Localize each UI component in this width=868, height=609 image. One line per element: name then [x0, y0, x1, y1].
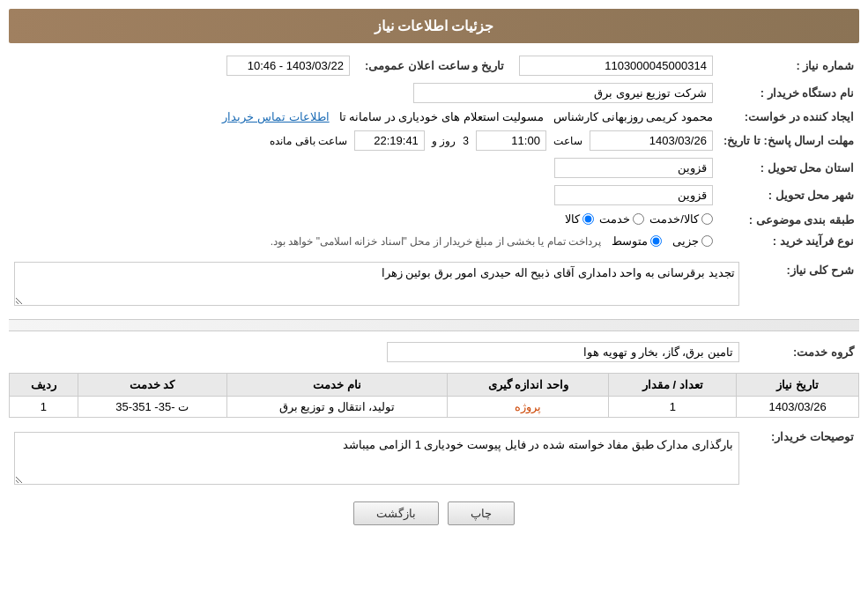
label-announce: تاریخ و ساعت اعلان عمومی: — [355, 52, 514, 79]
radio-goods-service[interactable]: کالا/خدمت — [649, 212, 713, 226]
th-row: ردیف — [10, 374, 78, 397]
th-service-code: کد خدمت — [78, 374, 226, 397]
header-title: جزئیات اطلاعات نیاز — [375, 19, 494, 33]
th-quantity: تعداد / مقدار — [609, 374, 737, 397]
row-city: شهر محل تحویل : — [9, 182, 859, 209]
th-date: تاریخ نیاز — [737, 374, 859, 397]
service-section-title — [9, 319, 859, 331]
need-description-table: شرح کلی نیاز: — [9, 258, 859, 312]
label-need-number: شماره نیاز : — [718, 52, 859, 79]
label-service-group: گروه خدمت: — [745, 338, 859, 366]
value-service-group — [9, 338, 745, 366]
print-button[interactable]: چاپ — [448, 501, 515, 525]
row-buyer-org: نام دستگاه خریدار : — [9, 79, 859, 107]
cell-row: 1 — [10, 397, 78, 418]
label-purchase-type: نوع فرآیند خرید : — [718, 231, 859, 251]
label-category: طبقه بندی موضوعی : — [718, 209, 859, 231]
value-purchase-type: جزیی متوسط پرداخت تمام یا بخشی از مبلغ خ… — [9, 231, 718, 251]
buyer-notes-table: توصیحات خریدار: — [9, 425, 859, 491]
creator-role: مسولیت استعلام های خودیاری در سامانه تا — [339, 110, 545, 123]
creator-name: محمود کریمی روزبهانی کارشناس — [553, 110, 713, 123]
value-city — [9, 182, 718, 209]
radio-goods-service-input[interactable] — [701, 213, 713, 225]
cell-quantity: 1 — [609, 397, 737, 418]
services-table-body: 1403/03/26 1 پروژه تولید، انتقال و توزیع… — [10, 397, 859, 418]
announce-datetime-input[interactable] — [226, 56, 350, 76]
label-buyer-org: نام دستگاه خریدار : — [718, 79, 859, 107]
row-creator: ایجاد کننده در خواست: محمود کریمی روزبها… — [9, 107, 859, 127]
need-number-input[interactable] — [519, 56, 713, 76]
services-table-header-row: تاریخ نیاز تعداد / مقدار واحد اندازه گیر… — [10, 374, 859, 397]
radio-partial[interactable]: جزیی — [672, 234, 713, 248]
buyer-org-input[interactable] — [413, 83, 713, 103]
info-table: شماره نیاز : تاریخ و ساعت اعلان عمومی: ن… — [9, 52, 859, 251]
label-goods-service: کالا/خدمت — [649, 212, 699, 226]
services-table: تاریخ نیاز تعداد / مقدار واحد اندازه گیر… — [9, 373, 859, 418]
time-label: ساعت — [553, 135, 582, 147]
th-service-name: نام خدمت — [226, 374, 448, 397]
contact-info-link[interactable]: اطلاعات تماس خریدار — [222, 110, 329, 123]
page-header: جزئیات اطلاعات نیاز — [9, 9, 859, 43]
row-category: طبقه بندی موضوعی : کالا/خدمت خدمت کالا — [9, 209, 859, 231]
radio-goods-input[interactable] — [582, 213, 594, 225]
button-bar: چاپ بازگشت — [9, 501, 859, 525]
service-group-table: گروه خدمت: — [9, 338, 859, 366]
table-row: 1403/03/26 1 پروژه تولید، انتقال و توزیع… — [10, 397, 859, 418]
remaining-label: ساعت باقی مانده — [270, 135, 347, 147]
service-group-input[interactable] — [387, 342, 739, 362]
row-province: استان محل تحویل : — [9, 154, 859, 182]
value-buyer-notes — [9, 425, 745, 491]
services-table-head: تاریخ نیاز تعداد / مقدار واحد اندازه گیر… — [10, 374, 859, 397]
label-province: استان محل تحویل : — [718, 154, 859, 182]
radio-service-input[interactable] — [633, 213, 644, 225]
label-partial: جزیی — [672, 234, 699, 248]
row-deadline: مهلت ارسال پاسخ: تا تاریخ: ساعت 3 روز و … — [9, 127, 859, 154]
radio-service[interactable]: خدمت — [599, 212, 644, 226]
label-medium: متوسط — [612, 234, 648, 248]
radio-goods[interactable]: کالا — [565, 212, 594, 226]
need-description-textarea[interactable] — [14, 262, 739, 306]
th-unit: واحد اندازه گیری — [448, 374, 609, 397]
day-label-text: روز و — [432, 135, 456, 147]
cell-service-name: تولید، انتقال و توزیع برق — [226, 397, 448, 418]
value-category: کالا/خدمت خدمت کالا — [9, 209, 718, 231]
cell-service-code: ت -35- 351-35 — [78, 397, 226, 418]
radio-medium[interactable]: متوسط — [612, 234, 662, 248]
row-service-group: گروه خدمت: — [9, 338, 859, 366]
value-province — [9, 154, 718, 182]
city-input[interactable] — [554, 185, 713, 205]
deadline-time-input[interactable] — [476, 130, 546, 151]
radio-partial-input[interactable] — [701, 235, 713, 247]
row-need-description: شرح کلی نیاز: — [9, 258, 859, 312]
countdown-input[interactable] — [354, 130, 425, 151]
row-buyer-notes: توصیحات خریدار: — [9, 425, 859, 491]
days-label: 3 — [463, 135, 469, 147]
radio-medium-input[interactable] — [650, 235, 662, 247]
value-deadline: ساعت 3 روز و ساعت باقی مانده — [9, 127, 718, 154]
label-goods: کالا — [565, 212, 580, 226]
label-need-description: شرح کلی نیاز: — [745, 258, 859, 312]
label-buyer-notes: توصیحات خریدار: — [745, 425, 859, 491]
value-need-number — [514, 52, 718, 79]
buyer-notes-textarea[interactable] — [14, 432, 739, 485]
deadline-date-input[interactable] — [590, 130, 713, 151]
purchase-full-note: پرداخت تمام یا بخشی از مبلغ خریدار از مح… — [271, 235, 601, 248]
label-deadline: مهلت ارسال پاسخ: تا تاریخ: — [718, 127, 859, 154]
row-purchase-type: نوع فرآیند خرید : جزیی متوسط پرداخت تمام… — [9, 231, 859, 251]
value-announce — [9, 52, 355, 79]
back-button[interactable]: بازگشت — [353, 501, 439, 525]
label-creator: ایجاد کننده در خواست: — [718, 107, 859, 127]
row-need-number: شماره نیاز : تاریخ و ساعت اعلان عمومی: — [9, 52, 859, 79]
cell-date: 1403/03/26 — [737, 397, 859, 418]
value-creator: محمود کریمی روزبهانی کارشناس مسولیت استع… — [9, 107, 718, 127]
page-wrapper: جزئیات اطلاعات نیاز شماره نیاز : تاریخ و… — [0, 0, 868, 609]
value-need-description — [9, 258, 745, 312]
province-input[interactable] — [554, 158, 713, 178]
cell-unit: پروژه — [448, 397, 609, 418]
label-service: خدمت — [599, 212, 630, 226]
value-buyer-org — [9, 79, 718, 107]
label-city: شهر محل تحویل : — [718, 182, 859, 209]
